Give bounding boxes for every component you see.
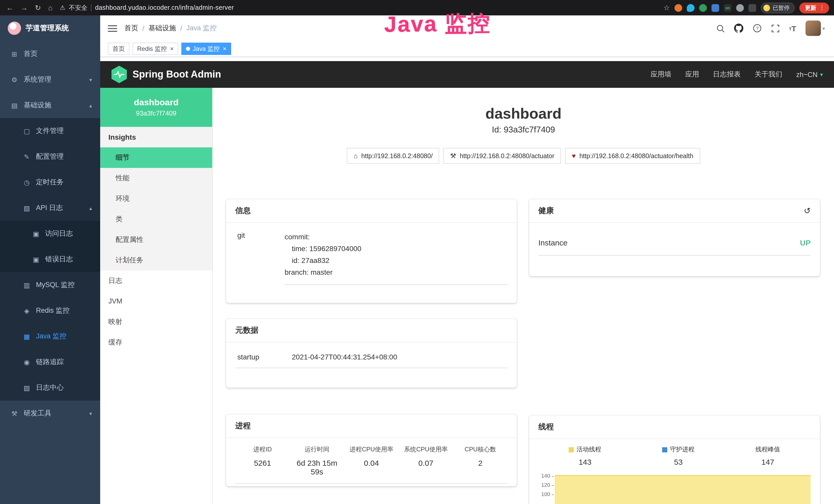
log-icon: ▧: [23, 204, 31, 212]
sba-menu-insights[interactable]: Insights: [100, 127, 212, 147]
app-sidebar: 芋道管理系统 ⊞ 首页 ⚙ 系统管理 ▾ ▤ 基础设施 ▴ ▢ 文件管理 ✎: [0, 16, 100, 504]
sidebar-item-api-logs[interactable]: ▧ API 日志 ▴: [0, 195, 100, 221]
sba-menu-details[interactable]: 细节: [100, 147, 212, 168]
health-card: 健康 ↺ Instance UP: [529, 199, 820, 276]
sba-sidebar: dashboard 93a3fc7f7409 Insights 细节 性能 环境…: [100, 88, 213, 504]
chevron-up-icon: ▴: [89, 102, 92, 108]
warning-icon: ⚠: [60, 4, 65, 11]
instance-links: ⌂ http://192.168.0.2:48080/ ⚒ http://192…: [213, 148, 834, 164]
kebab-menu-icon[interactable]: ⋮: [819, 4, 825, 11]
sidebar-item-label: 错误日志: [45, 255, 73, 264]
sidebar-item-label: 首页: [24, 49, 38, 59]
sidebar-item-config-mgmt[interactable]: ✎ 配置管理: [0, 144, 100, 169]
bookmark-star-icon[interactable]: ☆: [663, 4, 670, 12]
forward-icon[interactable]: →: [21, 4, 28, 12]
gear-icon: ⚙: [10, 76, 19, 84]
history-icon[interactable]: ↺: [804, 207, 811, 215]
app-logo[interactable]: 芋道管理系统: [0, 16, 100, 41]
sidebar-item-error-logs[interactable]: ▣ 错误日志: [0, 247, 100, 272]
sba-menu-config-props[interactable]: 配置属性: [100, 230, 212, 250]
health-url-link[interactable]: ♥ http://192.168.0.2:48080/actuator/heal…: [565, 148, 700, 164]
sidebar-item-access-logs[interactable]: ▣ 访问日志: [0, 221, 100, 247]
extension-drop-icon[interactable]: [687, 4, 695, 12]
github-icon[interactable]: [734, 24, 743, 33]
sidebar-item-scheduled-jobs[interactable]: ◷ 定时任务: [0, 169, 100, 195]
brand-avatar: [8, 22, 21, 35]
sba-nav-applications[interactable]: 应用: [685, 70, 699, 79]
sba-nav-about[interactable]: 关于我们: [755, 70, 782, 79]
spring-boot-admin-logo-icon[interactable]: [111, 66, 127, 83]
sba-nav-journal[interactable]: 日志报表: [713, 70, 741, 79]
sba-menu-caches[interactable]: 缓存: [100, 332, 212, 353]
sba-menu-metrics[interactable]: 性能: [100, 168, 212, 188]
profile-chip[interactable]: 已暂停: [761, 2, 795, 13]
sidebar-toggle-icon[interactable]: [100, 24, 124, 32]
sidebar-item-dev-tools[interactable]: ⚒ 研发工具 ▾: [0, 400, 100, 426]
sidebar-item-label: Redis 监控: [36, 306, 70, 315]
file-icon: ▢: [23, 127, 31, 135]
sidebar-item-label: 日志中心: [36, 383, 64, 392]
sba-locale-selector[interactable]: zh~CN ▾: [796, 71, 823, 78]
metadata-value: 2021-04-27T00:44:31.254+08:00: [292, 353, 507, 361]
tab-java-monitor[interactable]: Java 监控 ×: [181, 43, 231, 55]
sba-menu-classes[interactable]: 类: [100, 209, 212, 230]
reload-icon[interactable]: ↻: [35, 4, 41, 12]
home-icon[interactable]: ⌂: [48, 4, 52, 12]
chevron-down-icon: ▾: [820, 71, 823, 78]
sidebar-item-java-monitor[interactable]: ▦ Java 监控: [0, 323, 100, 349]
breadcrumb-infrastructure[interactable]: 基础设施: [149, 24, 176, 33]
sba-brand-title[interactable]: Spring Boot Admin: [133, 69, 221, 80]
close-icon[interactable]: ×: [223, 46, 226, 52]
service-url-link[interactable]: ⌂ http://192.168.0.2:48080/: [347, 148, 439, 164]
sba-instance-id: 93a3fc7f7409: [136, 109, 176, 117]
sba-nav-wallboard[interactable]: 应用墙: [651, 70, 672, 79]
back-icon[interactable]: ←: [6, 4, 13, 12]
left-column: 信息 git commit: time: 1596289704000 id: 2…: [226, 199, 517, 486]
extension-grid-icon[interactable]: [711, 4, 719, 12]
search-icon[interactable]: [716, 24, 725, 32]
sidebar-item-tracing[interactable]: ◉ 链路追踪: [0, 349, 100, 375]
heart-icon: ♥: [572, 152, 576, 160]
sba-menu-jvm[interactable]: JVM: [100, 291, 212, 312]
extension-on-icon[interactable]: on: [724, 4, 731, 12]
sidebar-item-system-mgmt[interactable]: ⚙ 系统管理 ▾: [0, 67, 100, 92]
extension-green-icon[interactable]: [699, 4, 707, 12]
help-icon[interactable]: ?: [752, 24, 762, 33]
sba-menu-scheduled-tasks[interactable]: 计划任务: [100, 250, 212, 271]
tab-home[interactable]: 首页: [108, 43, 129, 55]
yellow-square-icon: [569, 447, 574, 452]
breadcrumb-home[interactable]: 首页: [124, 24, 138, 33]
sba-menu-environment[interactable]: 环境: [100, 188, 212, 209]
user-avatar[interactable]: ▾: [806, 21, 825, 36]
sidebar-item-mysql-monitor[interactable]: ▥ MySQL 监控: [0, 272, 100, 298]
sidebar-item-label: 文件管理: [36, 126, 64, 136]
sba-menu-logfile[interactable]: 日志: [100, 271, 212, 291]
close-icon[interactable]: ×: [170, 46, 174, 52]
infrastructure-icon: ▤: [10, 101, 19, 109]
font-size-icon[interactable]: тT: [789, 24, 796, 32]
chevron-down-icon: ▾: [89, 77, 92, 83]
breadcrumb-separator: /: [180, 24, 182, 32]
url-text[interactable]: dashboard.yudao.iocoder.cn/infra/admin-s…: [95, 4, 234, 11]
sidebar-item-log-center[interactable]: ▨ 日志中心: [0, 375, 100, 400]
sba-menu-mappings[interactable]: 映射: [100, 312, 212, 332]
screen: ← → ↻ ⌂ ⚠ 不安全 dashboard.yudao.iocoder.cn…: [0, 0, 834, 504]
extension-fox-icon[interactable]: [675, 4, 682, 12]
extension-puzzle-icon[interactable]: [748, 4, 756, 12]
fullscreen-icon[interactable]: [771, 24, 780, 32]
extension-leaf-icon[interactable]: [736, 4, 744, 12]
sidebar-item-home[interactable]: ⊞ 首页: [0, 41, 100, 67]
chrome-update-button[interactable]: 更新 ⋮: [799, 2, 829, 13]
tab-redis-monitor[interactable]: Redis 监控 ×: [133, 43, 178, 55]
sidebar-item-file-mgmt[interactable]: ▢ 文件管理: [0, 118, 100, 144]
sidebar-item-label: 定时任务: [36, 178, 64, 187]
actuator-url-link[interactable]: ⚒ http://192.168.0.2:48080/actuator: [444, 148, 561, 164]
breadcrumb-separator: /: [142, 24, 144, 32]
update-label: 更新: [805, 4, 816, 12]
sidebar-item-infrastructure[interactable]: ▤ 基础设施 ▴: [0, 92, 100, 118]
card-title: 线程: [539, 422, 554, 432]
sba-instance-header[interactable]: dashboard 93a3fc7f7409: [100, 88, 212, 127]
address-bar[interactable]: ⚠ 不安全 dashboard.yudao.iocoder.cn/infra/a…: [60, 3, 234, 12]
sidebar-item-redis-monitor[interactable]: ◈ Redis 监控: [0, 298, 100, 323]
legend-peak-threads: 线程峰值 147: [755, 445, 780, 466]
